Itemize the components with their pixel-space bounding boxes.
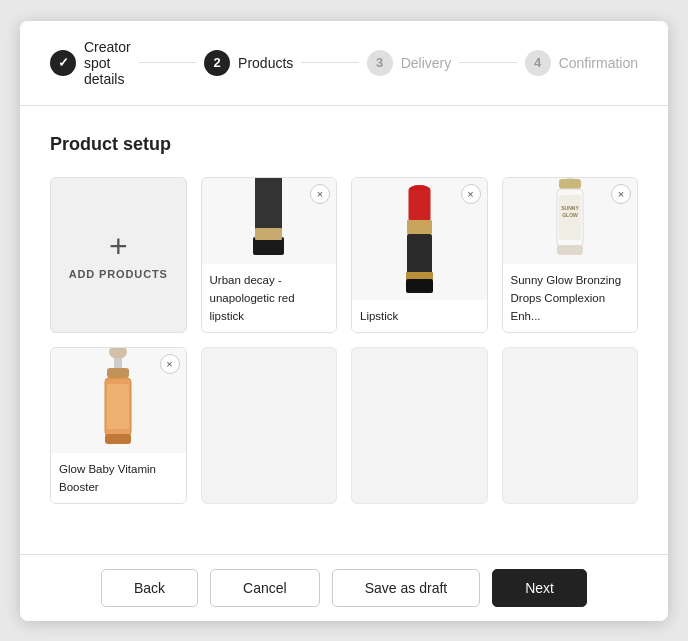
svg-rect-23 <box>107 368 129 378</box>
step-divider-2 <box>301 62 358 63</box>
product-name-area-glow-baby: Glow Baby Vitamin Booster <box>51 453 186 503</box>
lipstick-image <box>392 177 447 297</box>
product-name-area-lipstick: Lipstick <box>352 300 487 332</box>
modal: ✓ Creator spot details 2 Products 3 Deli… <box>20 21 668 621</box>
svg-rect-19 <box>557 245 583 255</box>
remove-lipstick-button[interactable]: × <box>461 184 481 204</box>
product-card-lipstick: × <box>351 177 488 334</box>
product-card-glow-baby: × <box>50 347 187 504</box>
content-area: Product setup + ADD PRODUCTS × <box>20 106 668 554</box>
add-products-label: ADD PRODUCTS <box>69 268 168 280</box>
sunny-glow-image: SUNNY GLOW <box>545 177 595 261</box>
product-grid: + ADD PRODUCTS × <box>50 177 638 505</box>
plus-icon: + <box>109 230 128 262</box>
save-draft-button[interactable]: Save as draft <box>332 569 481 607</box>
remove-urban-decay-button[interactable]: × <box>310 184 330 204</box>
step-creator-spot: ✓ Creator spot details <box>50 39 131 87</box>
remove-glow-baby-button[interactable]: × <box>160 354 180 374</box>
svg-rect-8 <box>407 234 432 274</box>
empty-slot-3 <box>502 347 639 504</box>
step-divider-1 <box>139 62 196 63</box>
product-card-urban-decay: × <box>201 177 338 334</box>
step-circle-products: 2 <box>204 50 230 76</box>
svg-rect-14 <box>559 179 581 189</box>
svg-text:GLOW: GLOW <box>562 212 578 218</box>
step-divider-3 <box>459 62 516 63</box>
svg-rect-13 <box>566 177 574 180</box>
product-name-area-sunny-glow: Sunny Glow Bronzing Drops Complexion Enh… <box>503 264 638 332</box>
step-products: 2 Products <box>204 50 293 76</box>
step-label-delivery: Delivery <box>401 55 452 71</box>
product-name-urban-decay: Urban decay - unapologetic red lipstick <box>210 274 295 322</box>
svg-rect-26 <box>105 434 131 444</box>
add-card-inner: + ADD PRODUCTS <box>69 230 168 280</box>
svg-rect-3 <box>255 228 282 240</box>
product-name-area-urban-decay: Urban decay - unapologetic red lipstick <box>202 264 337 332</box>
glow-baby-image <box>93 347 143 449</box>
urban-decay-image <box>241 177 296 261</box>
remove-sunny-glow-button[interactable]: × <box>611 184 631 204</box>
step-delivery: 3 Delivery <box>367 50 452 76</box>
empty-slot-1 <box>201 347 338 504</box>
step-circle-delivery: 3 <box>367 50 393 76</box>
step-label-confirmation: Confirmation <box>559 55 638 71</box>
svg-rect-7 <box>407 220 432 234</box>
footer: Back Cancel Save as draft Next <box>20 554 668 621</box>
svg-rect-0 <box>258 177 279 178</box>
next-button[interactable]: Next <box>492 569 587 607</box>
product-name-sunny-glow: Sunny Glow Bronzing Drops Complexion Enh… <box>511 274 622 322</box>
svg-rect-10 <box>406 279 433 293</box>
svg-rect-22 <box>114 358 122 368</box>
section-title: Product setup <box>50 134 638 155</box>
product-name-glow-baby: Glow Baby Vitamin Booster <box>59 463 156 493</box>
svg-rect-25 <box>107 384 129 429</box>
cancel-button[interactable]: Cancel <box>210 569 320 607</box>
add-products-card[interactable]: + ADD PRODUCTS <box>50 177 187 334</box>
svg-rect-9 <box>406 272 433 280</box>
step-label-creator: Creator spot details <box>84 39 131 87</box>
empty-slot-2 <box>351 347 488 504</box>
product-name-lipstick: Lipstick <box>360 310 398 322</box>
step-circle-confirmation: 4 <box>525 50 551 76</box>
back-button[interactable]: Back <box>101 569 198 607</box>
svg-point-21 <box>109 347 127 359</box>
product-card-sunny-glow: × <box>502 177 639 334</box>
svg-text:SUNNY: SUNNY <box>561 205 579 211</box>
step-confirmation: 4 Confirmation <box>525 50 638 76</box>
step-label-products: Products <box>238 55 293 71</box>
step-circle-creator: ✓ <box>50 50 76 76</box>
stepper: ✓ Creator spot details 2 Products 3 Deli… <box>20 21 668 106</box>
svg-rect-6 <box>408 190 430 220</box>
